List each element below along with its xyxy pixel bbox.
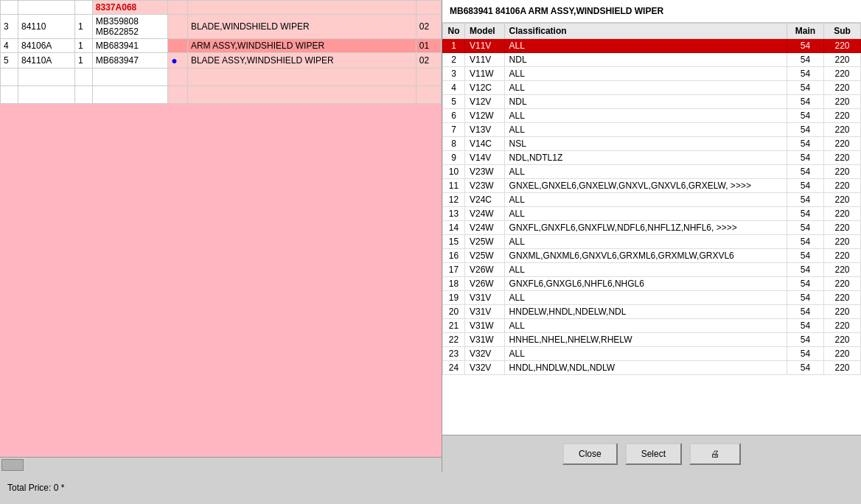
list-item[interactable]: 21 V31W ALL 54 220: [443, 319, 861, 333]
list-item[interactable]: 24 V32V HNDL,HNDLW,NDL,NDLW 54 220: [443, 361, 861, 375]
row-main: 54: [787, 137, 824, 151]
row-sub: 220: [824, 81, 861, 95]
row-sub: 220: [824, 263, 861, 277]
row-no: 13: [443, 207, 465, 221]
left-table-container[interactable]: 8337A068 3 84110 1 MB359808MB622852 BLAD…: [0, 0, 442, 457]
row-model: V24C: [465, 193, 505, 207]
row-classification: GNXEL,GNXEL6,GNXELW,GNXVL,GNXVL6,GRXELW,…: [504, 179, 787, 193]
row-part: 84106A: [18, 39, 74, 53]
row-flag: ●: [168, 53, 188, 69]
row-main: 54: [787, 123, 824, 137]
right-button-bar: Close Select 🖨: [442, 435, 861, 472]
row-no: 19: [443, 291, 465, 305]
row-no: 3: [443, 67, 465, 81]
list-item[interactable]: 11 V23W GNXEL,GNXEL6,GNXELW,GNXVL,GNXVL6…: [443, 179, 861, 193]
close-button[interactable]: Close: [562, 443, 618, 465]
row-num: 01: [416, 39, 441, 53]
list-item[interactable]: 14 V24W GNXFL,GNXFL6,GNXFLW,NDFL6,NHFL1Z…: [443, 221, 861, 235]
print-button[interactable]: 🖨: [689, 443, 741, 465]
list-item[interactable]: 2 V11V NDL 54 220: [443, 53, 861, 67]
row-no: 5: [1, 53, 18, 69]
row-classification: NDL: [504, 53, 787, 67]
row-no: 4: [1, 39, 18, 53]
list-item[interactable]: 5 V12V NDL 54 220: [443, 95, 861, 109]
row-no: 23: [443, 347, 465, 361]
list-item[interactable]: 4 V12C ALL 54 220: [443, 81, 861, 95]
list-item[interactable]: 8 V14C NSL 54 220: [443, 137, 861, 151]
row-main: 54: [787, 333, 824, 347]
row-model: V23W: [465, 165, 505, 179]
row-sub: 220: [824, 305, 861, 319]
list-item[interactable]: 13 V24W ALL 54 220: [443, 207, 861, 221]
row-model: V12W: [465, 109, 505, 123]
col-no: No: [443, 24, 465, 39]
left-panel: 8337A068 3 84110 1 MB359808MB622852 BLAD…: [0, 0, 442, 472]
row-no: 11: [443, 179, 465, 193]
list-item[interactable]: 1 V11V ALL 54 220: [443, 39, 861, 53]
row-classification: NDL,NDTL1Z: [504, 151, 787, 165]
list-item[interactable]: 15 V25W ALL 54 220: [443, 235, 861, 249]
row-classification: GNXFL6,GNXGL6,NHFL6,NHGL6: [504, 277, 787, 291]
row-model: V11V: [465, 53, 505, 67]
row-main: 54: [787, 263, 824, 277]
row-model: V23W: [465, 179, 505, 193]
row-main: 54: [787, 291, 824, 305]
list-item[interactable]: 20 V31V HNDELW,HNDL,NDELW,NDL 54 220: [443, 305, 861, 319]
row-classification: HNHEL,NHEL,NHELW,RHELW: [504, 333, 787, 347]
row-code: MB683941: [92, 39, 167, 53]
row-model: V12C: [465, 81, 505, 95]
list-item[interactable]: 18 V26W GNXFL6,GNXGL6,NHFL6,NHGL6 54 220: [443, 277, 861, 291]
row-no: 14: [443, 221, 465, 235]
col-sub: Sub: [824, 24, 861, 39]
table-row[interactable]: 3 84110 1 MB359808MB622852 BLADE,WINDSHI…: [1, 15, 442, 39]
row-model: V11V: [465, 39, 505, 53]
list-item[interactable]: 17 V26W ALL 54 220: [443, 263, 861, 277]
list-item[interactable]: 22 V31W HNHEL,NHEL,NHELW,RHELW 54 220: [443, 333, 861, 347]
horizontal-scrollbar[interactable]: [0, 457, 442, 472]
row-model: V26W: [465, 277, 505, 291]
list-item[interactable]: 6 V12W ALL 54 220: [443, 109, 861, 123]
row-main: 54: [787, 95, 824, 109]
list-item[interactable]: 19 V31V ALL 54 220: [443, 291, 861, 305]
row-sub: 220: [824, 207, 861, 221]
row-classification: ALL: [504, 319, 787, 333]
right-header: MB683941 84106A ARM ASSY,WINDSHIELD WIPE…: [442, 0, 861, 23]
list-item[interactable]: 9 V14V NDL,NDTL1Z 54 220: [443, 151, 861, 165]
scroll-thumb[interactable]: [1, 459, 24, 471]
row-model: V26W: [465, 263, 505, 277]
select-button[interactable]: Select: [625, 443, 682, 465]
row-no: 17: [443, 263, 465, 277]
row-main: 54: [787, 221, 824, 235]
row-no: 18: [443, 277, 465, 291]
list-item[interactable]: 12 V24C ALL 54 220: [443, 193, 861, 207]
row-no: 8: [443, 137, 465, 151]
list-item[interactable]: 10 V23W ALL 54 220: [443, 165, 861, 179]
row-desc: ARM ASSY,WINDSHIELD WIPER: [187, 39, 416, 53]
right-table-container[interactable]: No Model Classification Main Sub 1 V11V …: [442, 23, 861, 435]
row-num: [416, 1, 441, 15]
left-table: 8337A068 3 84110 1 MB359808MB622852 BLAD…: [0, 0, 442, 104]
row-no: 2: [443, 53, 465, 67]
row-no: [1, 1, 18, 15]
row-no: 7: [443, 123, 465, 137]
table-row[interactable]: 4 84106A 1 MB683941 ARM ASSY,WINDSHIELD …: [1, 39, 442, 53]
row-sub: 220: [824, 319, 861, 333]
list-item[interactable]: 16 V25W GNXML,GNXML6,GNXVL6,GRXML6,GRXML…: [443, 249, 861, 263]
list-item[interactable]: 23 V32V ALL 54 220: [443, 347, 861, 361]
row-desc: BLADE,WINDSHIELD WIPER: [187, 15, 416, 39]
row-model: V31V: [465, 305, 505, 319]
row-model: V12V: [465, 95, 505, 109]
row-model: V32V: [465, 361, 505, 375]
row-classification: GNXML,GNXML6,GNXVL6,GRXML6,GRXMLW,GRXVL6: [504, 249, 787, 263]
table-row[interactable]: 8337A068: [1, 1, 442, 15]
list-item[interactable]: 3 V11W ALL 54 220: [443, 67, 861, 81]
row-sub: 220: [824, 221, 861, 235]
row-sub: 220: [824, 67, 861, 81]
row-sub: 220: [824, 179, 861, 193]
row-main: 54: [787, 305, 824, 319]
row-classification: HNDELW,HNDL,NDELW,NDL: [504, 305, 787, 319]
list-item[interactable]: 7 V13V ALL 54 220: [443, 123, 861, 137]
row-no: 3: [1, 15, 18, 39]
table-row[interactable]: 5 84110A 1 MB683947 ● BLADE ASSY,WINDSHI…: [1, 53, 442, 69]
row-flag: [168, 15, 188, 39]
